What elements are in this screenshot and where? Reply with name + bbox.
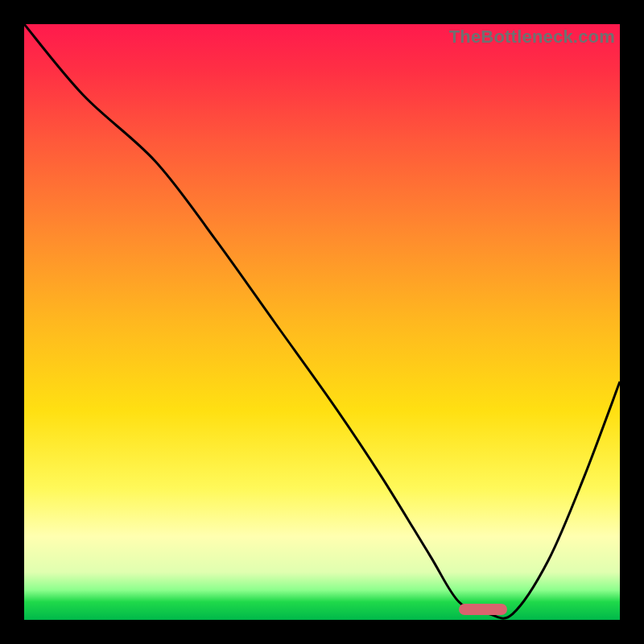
chart-plot-area: [24, 24, 620, 620]
bottleneck-curve: [24, 24, 620, 618]
optimal-marker: [459, 604, 507, 615]
chart-frame: TheBottleneck.com: [24, 24, 620, 620]
chart-curve-svg: [24, 24, 620, 620]
watermark-text: TheBottleneck.com: [449, 27, 615, 47]
